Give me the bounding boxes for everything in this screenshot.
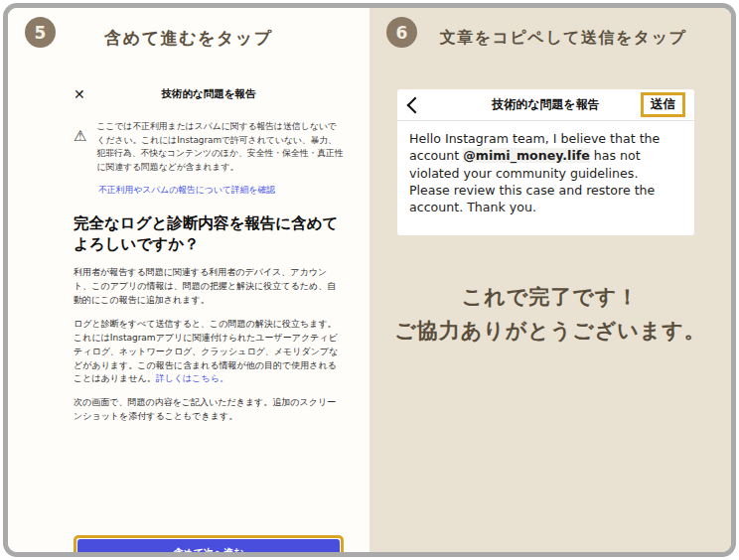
step5-number-badge: 5: [25, 17, 56, 48]
send-nav-bar: 技術的な問題を報告 送信: [397, 89, 694, 121]
send-report-screenshot: 技術的な問題を報告 送信 Hello Instagram team, I bel…: [397, 89, 694, 235]
step6-header: 6 文章をコピペして送信をタップ: [370, 16, 731, 60]
step6-panel: 6 文章をコピペして送信をタップ 技術的な問題を報告 送信 Hello Inst…: [370, 8, 731, 552]
step5-header: 5 含めて進むをタップ: [8, 16, 370, 60]
send-button[interactable]: 送信: [641, 92, 685, 117]
step5-title: 含めて進むをタップ: [104, 27, 272, 50]
learn-more-link[interactable]: 詳しくはこちら。: [156, 373, 228, 383]
step5-panel: 5 含めて進むをタップ ✕ 技術的な問題を報告 ⚠ ここでは不正利用またはスパム…: [8, 8, 370, 552]
logs-question-heading: 完全なログと診断内容を報告に含めてよろしいですか？: [74, 213, 344, 256]
warning-triangle-icon: ⚠: [74, 127, 86, 175]
account-mention: @mimi_money.life: [463, 148, 590, 163]
logs-paragraph-2: ログと診断をすべて送信すると、この問題の解決に役立ちます。これにはInstagr…: [74, 318, 344, 387]
report-message-text: Hello Instagram team, I believe that the…: [397, 121, 694, 235]
step6-number-badge: 6: [386, 17, 417, 48]
logs-paragraph-1: 利用者が報告する問題に関連する利用者のデバイス、アカウント、このアプリの情報は、…: [74, 266, 344, 308]
instagram-report-screenshot: ✕ 技術的な問題を報告 ⚠ ここでは不正利用またはスパムに関する報告は送信しない…: [74, 85, 344, 557]
report-nav-title: 技術的な問題を報告: [74, 87, 344, 101]
completion-message: これで完了です！ ご協力ありがとうございます。: [370, 281, 731, 348]
abuse-report-details-link[interactable]: 不正利用やスパムの報告について詳細を確認: [98, 185, 344, 197]
tutorial-frame: 5 含めて進むをタップ ✕ 技術的な問題を報告 ⚠ ここでは不正利用またはスパム…: [3, 3, 736, 557]
highlight-box-include-button: 含めて次へ進む: [74, 535, 344, 557]
abuse-warning-text: ここでは不正利用またはスパムに関する報告は送信しないでください。これにはInst…: [96, 120, 344, 175]
logs-paragraph-3: 次の画面で、問題の内容をご記入いただきます。追加のスクリーンショットを添付するこ…: [74, 396, 344, 424]
abuse-warning-box: ⚠ ここでは不正利用またはスパムに関する報告は送信しないでください。これにはIn…: [74, 120, 344, 175]
completion-line-2: ご協力ありがとうございます。: [370, 315, 731, 349]
report-nav-bar: ✕ 技術的な問題を報告: [74, 85, 344, 103]
include-and-continue-button[interactable]: 含めて次へ進む: [77, 539, 340, 557]
completion-line-1: これで完了です！: [370, 281, 731, 315]
step6-title: 文章をコピペして送信をタップ: [440, 28, 687, 49]
